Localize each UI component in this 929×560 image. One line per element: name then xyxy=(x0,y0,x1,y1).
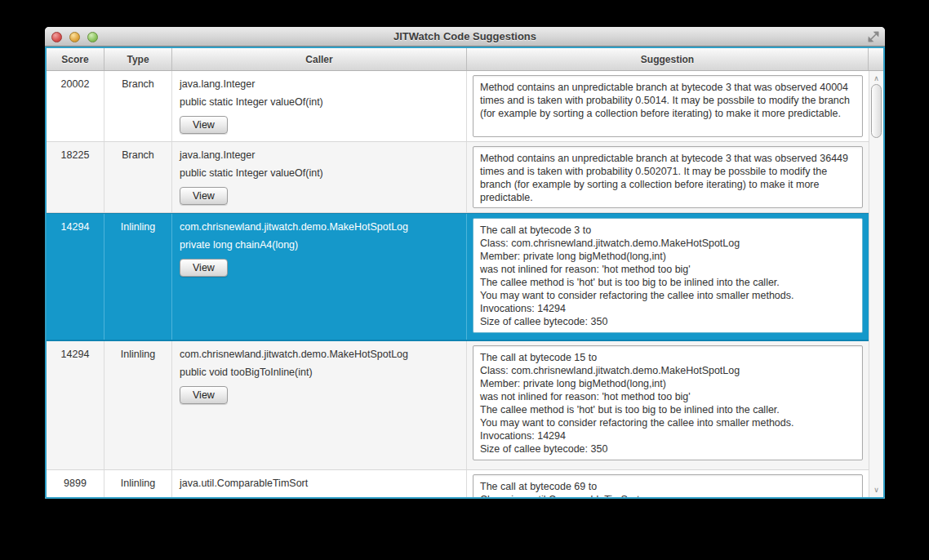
table-row[interactable]: 18225 Branch java.lang.Integer public st… xyxy=(47,142,869,213)
suggestions-table: Score Type Caller Suggestion 20002 Branc… xyxy=(45,47,885,499)
suggestion-cell: Method contains an unpredictable branch … xyxy=(467,71,869,141)
type-cell: Inlinling xyxy=(104,341,172,469)
type-cell: Inlinling xyxy=(104,470,172,497)
view-button[interactable]: View xyxy=(180,386,228,404)
caller-class: java.util.ComparableTimSort xyxy=(180,478,460,490)
view-button[interactable]: View xyxy=(180,259,228,277)
suggestion-cell: Method contains an unpredictable branch … xyxy=(467,142,869,212)
suggestion-cell: The call at bytecode 15 to Class: com.ch… xyxy=(467,341,869,469)
table-row[interactable]: 14294 Inlinling com.chrisnewland.jitwatc… xyxy=(47,213,869,341)
title-bar[interactable]: JITWatch Code Suggestions xyxy=(45,27,885,47)
column-header-score[interactable]: Score xyxy=(47,48,104,70)
suggestion-text[interactable]: Method contains an unpredictable branch … xyxy=(473,146,863,208)
zoom-button-icon[interactable] xyxy=(87,32,98,42)
window-controls xyxy=(51,27,98,47)
caller-member: public void tooBigToInline(int) xyxy=(180,367,460,379)
column-header-type[interactable]: Type xyxy=(104,48,172,70)
suggestion-cell: The call at bytecode 3 to Class: com.chr… xyxy=(467,214,869,340)
caller-member: public static Integer valueOf(int) xyxy=(180,167,460,180)
score-cell: 14294 xyxy=(47,341,104,469)
caller-class: com.chrisnewland.jitwatch.demo.MakeHotSp… xyxy=(180,221,460,233)
caller-cell: java.lang.Integer public static Integer … xyxy=(172,142,467,212)
caller-member: public static Integer valueOf(int) xyxy=(180,96,460,109)
column-header-caller[interactable]: Caller xyxy=(172,48,467,70)
score-cell: 9899 xyxy=(47,470,104,497)
suggestion-text[interactable]: The call at bytecode 3 to Class: com.chr… xyxy=(473,218,863,333)
table-row[interactable]: 14294 Inlinling com.chrisnewland.jitwatc… xyxy=(47,341,869,470)
suggestion-text[interactable]: The call at bytecode 69 to Class: java.u… xyxy=(473,474,863,497)
suggestion-text[interactable]: Method contains an unpredictable branch … xyxy=(473,75,863,137)
scroll-down-icon[interactable]: ∨ xyxy=(869,484,883,496)
score-cell: 18225 xyxy=(47,142,104,212)
caller-member: private long chainA4(long) xyxy=(180,239,460,251)
resize-icon[interactable] xyxy=(868,31,879,42)
caller-class: java.lang.Integer xyxy=(180,78,460,91)
minimize-button-icon[interactable] xyxy=(69,32,80,42)
vertical-scrollbar[interactable]: ∧ ∨ xyxy=(869,71,883,497)
suggestion-text[interactable]: The call at bytecode 15 to Class: com.ch… xyxy=(473,345,863,460)
close-button-icon[interactable] xyxy=(51,32,62,42)
scrollbar-thumb[interactable] xyxy=(871,84,882,138)
scroll-up-icon[interactable]: ∧ xyxy=(869,73,883,84)
window-title: JITWatch Code Suggestions xyxy=(393,30,536,42)
score-cell: 14294 xyxy=(47,214,104,340)
caller-member: private void mergeCollapse() xyxy=(180,496,460,497)
type-cell: Inlinling xyxy=(104,214,172,340)
caller-class: com.chrisnewland.jitwatch.demo.MakeHotSp… xyxy=(180,349,460,361)
table-body: 20002 Branch java.lang.Integer public st… xyxy=(47,71,869,497)
table-header: Score Type Caller Suggestion xyxy=(47,48,883,71)
caller-cell: java.lang.Integer public static Integer … xyxy=(172,71,467,141)
view-button[interactable]: View xyxy=(180,116,228,134)
table-row[interactable]: 9899 Inlinling java.util.ComparableTimSo… xyxy=(47,470,869,497)
type-cell: Branch xyxy=(104,142,172,212)
view-button[interactable]: View xyxy=(180,187,228,205)
column-header-suggestion[interactable]: Suggestion xyxy=(467,48,869,70)
jitwatch-window: JITWatch Code Suggestions Score Type Cal… xyxy=(45,27,885,499)
caller-class: java.lang.Integer xyxy=(180,149,460,162)
header-scrollbar-filler xyxy=(869,48,883,70)
suggestion-cell: The call at bytecode 69 to Class: java.u… xyxy=(467,470,869,497)
table-row[interactable]: 20002 Branch java.lang.Integer public st… xyxy=(47,71,869,142)
type-cell: Branch xyxy=(104,71,172,141)
caller-cell: com.chrisnewland.jitwatch.demo.MakeHotSp… xyxy=(172,214,467,340)
caller-cell: com.chrisnewland.jitwatch.demo.MakeHotSp… xyxy=(172,341,467,469)
caller-cell: java.util.ComparableTimSort private void… xyxy=(172,470,467,497)
score-cell: 20002 xyxy=(47,71,104,141)
